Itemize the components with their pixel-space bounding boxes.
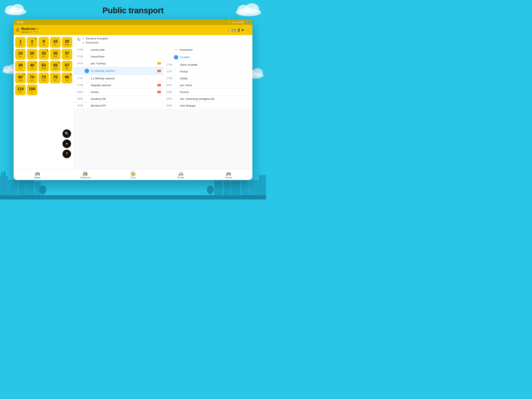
stop-item[interactable]: 17:59Zavod Rotor xyxy=(74,53,163,60)
app-subtitle: Barnaul -3, 📍 5 xyxy=(21,31,38,33)
nav-item-trolleybuses[interactable]: 🚎Trolleybuses xyxy=(61,169,109,180)
stop-item[interactable]: 🚌2-y Sibirskiy sadovod59 xyxy=(74,67,163,75)
route-button-24[interactable]: 242/1 xyxy=(15,49,26,60)
menu-icon[interactable]: ☰ xyxy=(16,28,19,32)
stop-item[interactable]: 17:58Lesnoy trakt xyxy=(74,46,163,53)
favorite-icon[interactable]: ♥ xyxy=(241,28,244,32)
stop-item[interactable]: 18:01pos. Il'icha xyxy=(163,82,252,89)
left-stops-column: 17:58Lesnoy trakt17:59Zavod Rotor18:01po… xyxy=(74,46,163,169)
route-button-2[interactable]: ♥25/5 xyxy=(27,37,37,48)
route-button-53[interactable]: 5310/10 xyxy=(38,61,49,71)
route-info-header: ↻ Sanatoriy Energetik Kozhzavod xyxy=(74,35,252,46)
stop-name-wrap: Bol'nitsa RTP xyxy=(91,104,161,107)
stop-item[interactable]: 🚌Korabliki xyxy=(163,53,252,61)
stop-name: Kordon xyxy=(91,90,157,94)
route-number: 73 xyxy=(41,75,46,79)
route-sub: 2/2 xyxy=(66,56,68,58)
stop-name: Kozhzavod xyxy=(180,48,250,51)
route-button-38[interactable]: 381/1 xyxy=(15,61,26,71)
stop-name: Korabliki xyxy=(180,56,250,59)
stop-icon-wrap xyxy=(174,50,178,50)
stop-time: 18:01 xyxy=(76,62,83,65)
stop-time: 18:02 xyxy=(76,97,83,100)
route-button-25[interactable]: 255/3 xyxy=(27,49,37,60)
stop-item[interactable]: 18:03Bol'nitsa RTP xyxy=(74,103,163,109)
nav-item-intercity[interactable]: 🚌Intercity xyxy=(205,169,252,180)
route-sub: 1/- xyxy=(31,91,33,93)
fab-search-button[interactable]: 🔍 xyxy=(63,129,71,138)
location-pin-icon: 📍 xyxy=(33,31,35,33)
nav-item-shuttles[interactable]: 🚐Shuttles xyxy=(157,169,205,180)
route-sub: 1/1 xyxy=(31,67,33,70)
route-button-20[interactable]: 2010/11 xyxy=(62,37,72,48)
stop-item[interactable]: 17:58Altayskiy sadovod33 xyxy=(74,82,163,89)
stop-item[interactable]: 17:57Prichal xyxy=(163,68,252,75)
route-grid: 14/3♥25/591/2102/-2010/11242/1255/3♥336/… xyxy=(15,37,72,95)
route-button-110[interactable]: 1102/1 xyxy=(15,84,26,95)
stop-time: 18:03 xyxy=(165,97,172,100)
stop-item[interactable]: 18:02Povorot xyxy=(163,89,252,96)
stop-item[interactable]: 18:02Sanatoriy Ob' xyxy=(74,96,163,102)
route-sub: 6/6 xyxy=(66,67,68,70)
status-bar: 17:56 🔔 📶 paradize 29 xyxy=(14,19,252,25)
app-frame: 17:56 🔔 📶 paradize 29 ☰ Busti.me ✓ Barna… xyxy=(14,19,252,180)
route-button-80[interactable]: ♥802/4 xyxy=(62,73,72,83)
stop-item[interactable]: 17:571-y Sibirskiy sadovod xyxy=(74,75,163,82)
stop-name-wrap: Altayskiy sadovod33 xyxy=(91,84,161,87)
route-sub: 1/1 xyxy=(19,67,22,70)
route-button-33[interactable]: ♥336/7 xyxy=(38,49,49,60)
stop-time: 17:58 xyxy=(76,48,83,51)
route-number: 35 xyxy=(53,51,57,55)
route-sub: 4/7 xyxy=(54,79,57,81)
stop-name: Sklady xyxy=(180,77,250,80)
nav-label-buses: Buses xyxy=(35,176,40,179)
right-stops-column: Kozhzavod🚌Korabliki17:56Ostrov Korablik1… xyxy=(163,46,252,169)
stop-name-wrap: 2-y Sibirskiy sadovod59 xyxy=(91,69,161,72)
refresh-icon[interactable]: ↻ xyxy=(77,37,81,42)
stop-time: 18:05 xyxy=(165,104,172,107)
stop-icon-wrap: 🚌 xyxy=(84,69,89,73)
route-button-73[interactable]: 733/1 xyxy=(38,73,49,83)
stop-item[interactable]: 17:59Sklady xyxy=(163,75,252,82)
route-button-9[interactable]: 91/2 xyxy=(38,37,49,48)
nav-item-trams[interactable]: 🚋Trams xyxy=(109,169,157,180)
stop-name: Sanatoriy Ob' xyxy=(91,97,161,100)
stop-item[interactable]: 18:01pos. Yuzhnyy51 xyxy=(74,60,163,67)
app-bar-more-left[interactable]: ⋮ xyxy=(226,28,230,32)
nav-item-buses[interactable]: 🚌Buses xyxy=(14,169,61,180)
stop-item[interactable]: 18:05Klub Stroygaz xyxy=(163,103,252,109)
route-number: 150 xyxy=(29,87,35,91)
route-button-37[interactable]: 372/2 xyxy=(62,49,72,60)
stop-item[interactable]: Kozhzavod xyxy=(163,46,252,53)
route-button-150[interactable]: 1501/- xyxy=(27,84,37,95)
nav-icon-shuttles: 🚐 xyxy=(178,171,184,176)
more-options-icon[interactable]: ⋮ xyxy=(246,28,250,32)
route-number: 75 xyxy=(53,75,57,79)
route-button-40[interactable]: ♥401/1 xyxy=(27,61,37,71)
stop-item[interactable]: 18:03mkr. Vostochnyy (Kulagina 1B) xyxy=(163,96,252,102)
route-button-70[interactable]: 701/1 xyxy=(27,73,37,83)
route-button-60[interactable]: ♥608/12 xyxy=(15,73,26,83)
route-sub: 4/3 xyxy=(19,44,22,46)
stop-badge: 33 xyxy=(157,84,161,86)
stop-item[interactable]: 18:01Kordon55 xyxy=(74,89,163,96)
stop-name: 2-y Sibirskiy sadovod xyxy=(91,69,157,72)
route-button-75[interactable]: 754/7 xyxy=(50,73,61,83)
route-button-55[interactable]: ♥5510/3 xyxy=(50,61,61,71)
route-button-1[interactable]: 14/3 xyxy=(15,37,26,48)
fab-location-button[interactable]: 📍 xyxy=(63,150,71,158)
route-button-35[interactable]: 355/10 xyxy=(50,49,61,60)
route-number: 110 xyxy=(17,87,24,91)
nav-icon-buses: 🚌 xyxy=(35,171,40,176)
stop-item[interactable]: 17:56Ostrov Korablik xyxy=(163,62,252,68)
bus-icon-bar: 🚌 xyxy=(231,28,236,32)
route-button-57[interactable]: 576/6 xyxy=(62,61,72,71)
route-button-10[interactable]: 102/- xyxy=(50,37,61,48)
route-sub: 5/10 xyxy=(54,56,57,58)
fab-favorites-button[interactable]: ♥ xyxy=(63,140,71,148)
stop-name: Lesnoy trakt xyxy=(91,48,161,51)
nav-icon-trams: 🚋 xyxy=(130,171,136,176)
route-number: 57 xyxy=(65,63,69,67)
stop-name-wrap: Zavod Rotor xyxy=(91,55,161,58)
route-sub: 6/7 xyxy=(43,56,45,58)
